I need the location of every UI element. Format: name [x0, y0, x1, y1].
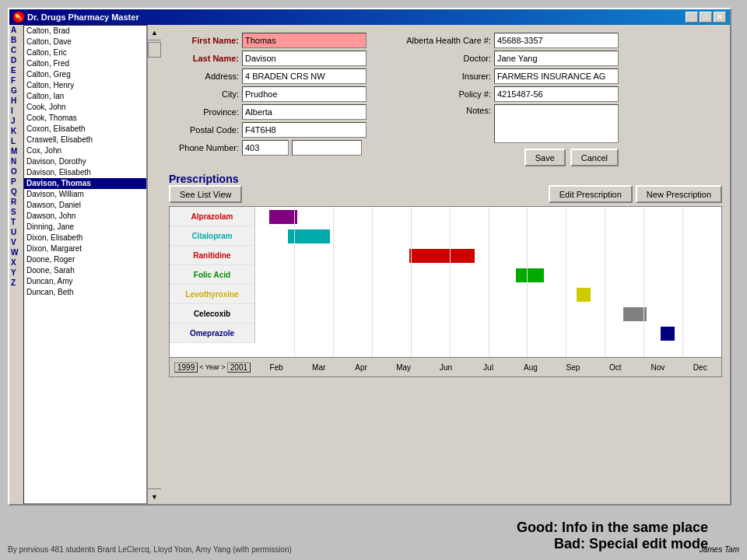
- letter-t[interactable]: T: [9, 217, 23, 227]
- patient-list-item[interactable]: Calton, Eric: [24, 47, 146, 58]
- letter-x[interactable]: X: [9, 257, 23, 268]
- city-input[interactable]: [242, 86, 366, 102]
- last-name-input[interactable]: [242, 51, 366, 66]
- timeline-prev-year[interactable]: 1999: [174, 362, 198, 373]
- patient-list-item[interactable]: Calton, Dave: [24, 37, 146, 47]
- patient-list-item[interactable]: Davison, Thomas: [24, 178, 146, 189]
- patient-list-item[interactable]: Cook, Thomas: [24, 113, 146, 124]
- edit-prescription-button[interactable]: Edit Prescription: [549, 185, 633, 203]
- see-list-view-button[interactable]: See List View: [169, 185, 242, 203]
- letter-n[interactable]: N: [9, 156, 23, 166]
- doctor-input[interactable]: [494, 51, 619, 66]
- first-name-input[interactable]: [242, 33, 366, 48]
- patient-list-item[interactable]: Cox, John: [24, 145, 146, 156]
- timeline-next-year[interactable]: 2001: [227, 362, 251, 373]
- letter-r[interactable]: R: [9, 197, 23, 207]
- patient-list-item[interactable]: Davison, William: [24, 189, 146, 200]
- timeline-month-label: Feb: [255, 363, 297, 372]
- phone-number-input[interactable]: [292, 140, 362, 156]
- patient-list-item[interactable]: Dixon, Margaret: [24, 243, 146, 254]
- patient-list-item[interactable]: Dixon, Elisabeth: [24, 233, 146, 243]
- address-label: Address:: [169, 72, 239, 81]
- ahc-input[interactable]: [494, 33, 619, 48]
- patient-list-item[interactable]: Dawson, Daniel: [24, 200, 146, 211]
- address-input[interactable]: [242, 68, 366, 84]
- postal-input[interactable]: [242, 122, 366, 138]
- doctor-label: Doctor:: [405, 54, 491, 63]
- patient-list[interactable]: Calton, BradCalton, DaveCalton, EricCalt…: [23, 25, 147, 504]
- patient-list-item[interactable]: Coxon, Elisabeth: [24, 124, 146, 135]
- letter-b[interactable]: B: [9, 35, 23, 45]
- letter-v[interactable]: V: [9, 237, 23, 247]
- letter-q[interactable]: Q: [9, 187, 23, 197]
- title-bar-left: 💊 Dr. Drugs Pharmacy Master: [13, 12, 139, 23]
- province-input[interactable]: [242, 104, 366, 120]
- letter-m[interactable]: M: [9, 146, 23, 156]
- patient-list-item[interactable]: Duncan, Beth: [24, 287, 146, 298]
- patient-list-item[interactable]: Calton, Brad: [24, 26, 146, 37]
- letter-f[interactable]: F: [9, 75, 23, 86]
- new-prescription-button[interactable]: New Prescription: [636, 185, 722, 203]
- chart-grid-line: [682, 207, 683, 357]
- postal-row: Postal Code:: [169, 122, 366, 138]
- letter-l[interactable]: L: [9, 136, 23, 146]
- minimize-button[interactable]: _: [686, 12, 698, 23]
- patient-list-item[interactable]: Calton, Greg: [24, 69, 146, 80]
- main-content: First Name: Last Name: Address: City: Pr…: [161, 25, 730, 504]
- patient-list-item[interactable]: Dawson, John: [24, 211, 146, 222]
- notes-textarea[interactable]: [494, 104, 619, 143]
- patient-list-item[interactable]: Calton, Henry: [24, 80, 146, 91]
- patient-list-item[interactable]: Craswell, Elisabeth: [24, 135, 146, 145]
- application-window: 💊 Dr. Drugs Pharmacy Master _ □ ✕ ABCDEF…: [8, 8, 731, 506]
- prescriptions-title: Prescriptions: [169, 173, 238, 185]
- patient-list-item[interactable]: Duncan, Amy: [24, 276, 146, 287]
- letter-d[interactable]: D: [9, 55, 23, 65]
- sidebar-scrollbar[interactable]: ▲ ▼: [147, 25, 161, 504]
- letter-z[interactable]: Z: [9, 278, 23, 288]
- patient-list-item[interactable]: Doone, Sarah: [24, 265, 146, 276]
- good-text: Good: Info in the same place: [517, 520, 708, 536]
- alphabet-nav: ABCDEFGHIJKLMNOPQRSTUVWXYZ: [9, 25, 23, 504]
- drug-label-3: Folic Acid: [170, 265, 255, 285]
- last-name-label: Last Name:: [169, 54, 239, 63]
- letter-i[interactable]: I: [9, 106, 23, 116]
- drug-label-2: Ranitidine: [170, 246, 255, 265]
- chart-grid-line: [605, 207, 605, 357]
- maximize-button[interactable]: □: [700, 12, 712, 23]
- timeline-month-label: Dec: [679, 363, 721, 372]
- timeline-month-label: Jun: [425, 363, 467, 372]
- letter-o[interactable]: O: [9, 166, 23, 177]
- phone-area-input[interactable]: [242, 140, 289, 156]
- patient-list-item[interactable]: Davison, Elisabeth: [24, 167, 146, 178]
- letter-w[interactable]: W: [9, 247, 23, 257]
- drug-label-1: Citalopram: [170, 226, 255, 246]
- letter-y[interactable]: Y: [9, 268, 23, 278]
- patient-list-item[interactable]: Doone, Roger: [24, 254, 146, 265]
- save-button[interactable]: Save: [524, 149, 566, 166]
- drug-label-0: Alprazolam: [170, 207, 255, 226]
- letter-j[interactable]: J: [9, 116, 23, 126]
- letter-p[interactable]: P: [9, 177, 23, 187]
- letter-e[interactable]: E: [9, 65, 23, 75]
- form-right: Alberta Health Care #: Doctor: Insurer: …: [405, 33, 619, 166]
- letter-s[interactable]: S: [9, 207, 23, 217]
- letter-g[interactable]: G: [9, 86, 23, 96]
- drug-label-6: Omeprazole: [170, 324, 255, 343]
- letter-a[interactable]: A: [9, 25, 23, 35]
- prescriptions-toolbar: See List View Edit Prescription New Pres…: [169, 185, 722, 203]
- patient-list-item[interactable]: Cook, John: [24, 102, 146, 113]
- attribution-text: By previous 481 students Brant LeClercq,…: [8, 545, 292, 554]
- timeline-month-label: Aug: [510, 363, 552, 372]
- patient-list-item[interactable]: Davison, Dorothy: [24, 156, 146, 167]
- cancel-button[interactable]: Cancel: [570, 149, 619, 166]
- patient-list-item[interactable]: Calton, Fred: [24, 58, 146, 69]
- insurer-input[interactable]: [494, 68, 619, 84]
- policy-input[interactable]: [494, 86, 619, 102]
- letter-c[interactable]: C: [9, 45, 23, 55]
- letter-k[interactable]: K: [9, 126, 23, 136]
- patient-list-item[interactable]: Calton, Ian: [24, 91, 146, 102]
- letter-h[interactable]: H: [9, 96, 23, 106]
- close-button[interactable]: ✕: [714, 12, 726, 23]
- patient-list-item[interactable]: Dinning, Jane: [24, 222, 146, 233]
- letter-u[interactable]: U: [9, 227, 23, 237]
